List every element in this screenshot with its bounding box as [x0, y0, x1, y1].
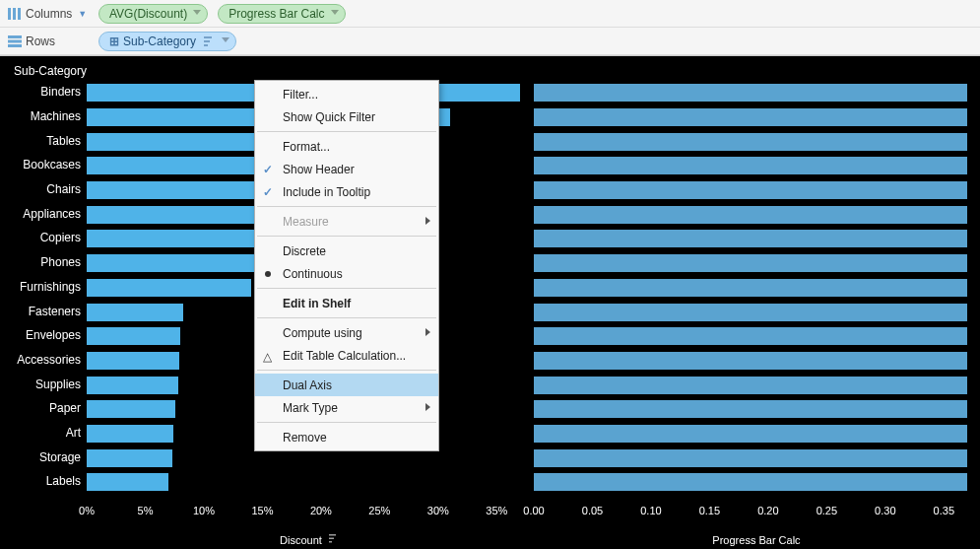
svg-rect-11	[329, 541, 332, 543]
progress-bar[interactable]	[534, 327, 967, 345]
bar-row	[534, 226, 979, 250]
columns-text: Columns	[26, 7, 72, 21]
discount-bar[interactable]	[87, 304, 183, 321]
bar-row	[534, 348, 979, 373]
progress-bar[interactable]	[534, 473, 967, 491]
row-label[interactable]: Machines	[0, 104, 87, 129]
progress-bar[interactable]	[534, 400, 967, 418]
pill-progress-bar-calc[interactable]: Progress Bar Calc	[218, 4, 345, 24]
discount-bar[interactable]	[87, 254, 268, 272]
bullet-icon	[265, 271, 271, 277]
progress-bar[interactable]	[534, 254, 967, 272]
row-label[interactable]: Binders	[0, 80, 87, 104]
svg-rect-10	[329, 538, 334, 540]
bar-row	[87, 469, 532, 494]
sort-icon[interactable]	[204, 35, 216, 47]
row-label[interactable]: Appliances	[0, 201, 87, 226]
row-label[interactable]: Chairs	[0, 177, 87, 202]
progress-bar[interactable]	[534, 206, 967, 224]
progress-bar[interactable]	[534, 84, 967, 102]
bar-row	[534, 372, 979, 396]
columns-shelf-label[interactable]: Columns ▼	[4, 7, 93, 21]
menu-continuous[interactable]: Continuous	[255, 262, 438, 285]
menu-edit-in-shelf[interactable]: Edit in Shelf	[255, 292, 438, 314]
menu-separator	[257, 422, 436, 423]
discount-bar[interactable]	[87, 377, 178, 394]
progress-bar[interactable]	[534, 230, 967, 247]
progress-bar[interactable]	[534, 157, 967, 174]
sort-icon[interactable]	[329, 534, 339, 544]
rows-shelf-label[interactable]: Rows	[4, 34, 93, 48]
row-label[interactable]: Tables	[0, 128, 87, 153]
row-label[interactable]: Bookcases	[0, 153, 87, 177]
row-label[interactable]: Furnishings	[0, 275, 87, 300]
chevron-down-icon[interactable]	[193, 10, 201, 15]
chevron-down-icon[interactable]	[331, 10, 339, 15]
progress-bar[interactable]	[534, 279, 967, 297]
menu-edit-table-calculation[interactable]: △Edit Table Calculation...	[255, 344, 438, 367]
row-label[interactable]: Fasteners	[0, 299, 87, 323]
progress-bar[interactable]	[534, 425, 967, 443]
bar-row	[534, 299, 979, 323]
menu-include-in-tooltip[interactable]: ✓Include in Tooltip	[255, 180, 438, 203]
discount-bar[interactable]	[87, 425, 173, 443]
svg-rect-0	[8, 8, 11, 20]
bar-row	[534, 469, 979, 494]
menu-discrete[interactable]: Discrete	[255, 240, 438, 262]
row-label[interactable]: Copiers	[0, 226, 87, 250]
bar-row	[534, 201, 979, 226]
discount-bar[interactable]	[87, 279, 251, 297]
discount-bar[interactable]	[87, 327, 180, 345]
progress-bar[interactable]	[534, 108, 967, 126]
rows-shelf[interactable]: Rows ⊞ Sub-Category	[0, 28, 980, 55]
svg-rect-1	[13, 8, 16, 20]
pill-label: Progress Bar Calc	[229, 7, 324, 21]
row-label[interactable]: Art	[0, 421, 87, 446]
axis-tick: 0.05	[582, 505, 603, 516]
check-icon: ✓	[263, 163, 273, 176]
pill-sub-category[interactable]: ⊞ Sub-Category	[98, 32, 236, 51]
bar-row	[534, 323, 979, 348]
pill-avg-discount[interactable]: AVG(Discount)	[98, 4, 208, 24]
row-label[interactable]: Phones	[0, 250, 87, 275]
menu-dual-axis[interactable]: Dual Axis	[255, 374, 438, 396]
axis-tick: 30%	[427, 505, 449, 516]
bar-row	[534, 80, 979, 104]
row-label[interactable]: Labels	[0, 469, 87, 494]
progress-bar[interactable]	[534, 377, 967, 394]
progress-bar-calc-chart	[534, 80, 979, 494]
row-label[interactable]: Storage	[0, 445, 87, 469]
menu-compute-using[interactable]: Compute using	[255, 321, 438, 344]
row-label[interactable]: Accessories	[0, 348, 87, 373]
progress-bar[interactable]	[534, 181, 967, 199]
discount-bar[interactable]	[87, 352, 179, 370]
shelves: Columns ▼ AVG(Discount) Progress Bar Cal…	[0, 0, 980, 56]
bar-row	[534, 275, 979, 300]
chevron-down-icon[interactable]	[222, 37, 229, 42]
menu-format[interactable]: Format...	[255, 135, 438, 158]
axis-tick: 0.35	[934, 505, 954, 516]
progress-bar[interactable]	[534, 304, 967, 321]
discount-bar[interactable]	[87, 473, 168, 491]
menu-separator	[257, 370, 436, 371]
menu-show-quick-filter[interactable]: Show Quick Filter	[255, 105, 438, 128]
axis-tick: 0.00	[523, 505, 544, 516]
svg-rect-7	[204, 40, 210, 42]
menu-show-header[interactable]: ✓Show Header	[255, 158, 438, 180]
menu-filter[interactable]: Filter...	[255, 83, 438, 105]
menu-mark-type[interactable]: Mark Type	[255, 396, 438, 419]
columns-shelf[interactable]: Columns ▼ AVG(Discount) Progress Bar Cal…	[0, 0, 980, 28]
axis-tick: 0%	[79, 505, 95, 516]
discount-bar[interactable]	[87, 230, 277, 247]
progress-bar[interactable]	[534, 352, 967, 370]
row-label[interactable]: Supplies	[0, 372, 87, 396]
row-label[interactable]: Paper	[0, 396, 87, 421]
progress-bar[interactable]	[534, 133, 967, 151]
discount-bar[interactable]	[87, 449, 172, 467]
discount-bar[interactable]	[87, 400, 175, 418]
menu-remove[interactable]: Remove	[255, 426, 438, 448]
row-header-title: Sub-Category	[14, 64, 87, 78]
svg-rect-3	[8, 35, 22, 38]
row-label[interactable]: Envelopes	[0, 323, 87, 348]
progress-bar[interactable]	[534, 449, 967, 467]
